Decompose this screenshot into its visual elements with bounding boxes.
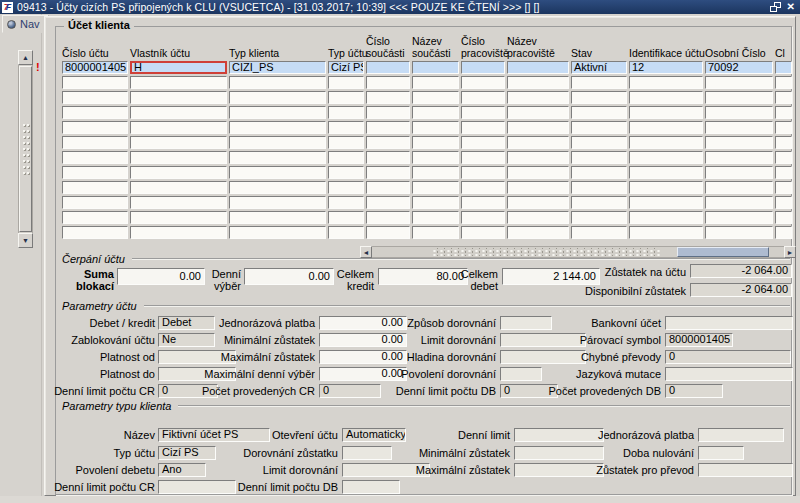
- table-cell[interactable]: [366, 151, 410, 164]
- table-cell[interactable]: [328, 181, 364, 194]
- table-cell[interactable]: [705, 151, 773, 164]
- table-cell[interactable]: [412, 106, 459, 119]
- table-cell[interactable]: [461, 196, 505, 209]
- table-cell[interactable]: [629, 121, 703, 134]
- table-cell[interactable]: [62, 226, 128, 239]
- table-cell[interactable]: [130, 226, 227, 239]
- table-cell[interactable]: [412, 151, 459, 164]
- record-scrollbar-vertical[interactable]: ▲ ▼: [18, 50, 33, 248]
- jazykova-mutace-field[interactable]: [665, 367, 793, 381]
- table-cell[interactable]: [366, 76, 410, 89]
- table-cell[interactable]: [229, 211, 326, 224]
- table-cell[interactable]: [412, 226, 459, 239]
- table-cell[interactable]: [366, 91, 410, 104]
- table-cell[interactable]: [507, 91, 569, 104]
- table-cell[interactable]: [571, 106, 627, 119]
- table-cell[interactable]: [328, 76, 364, 89]
- table-cell[interactable]: [461, 181, 505, 194]
- table-cell[interactable]: [328, 226, 364, 239]
- restore-window-icon[interactable]: [770, 2, 781, 12]
- table-cell[interactable]: [412, 181, 459, 194]
- table-cell[interactable]: [412, 61, 459, 74]
- table-cell[interactable]: [507, 136, 569, 149]
- typ-denni-limit-poctu-db-field[interactable]: [342, 480, 400, 494]
- table-cell[interactable]: [229, 136, 326, 149]
- table-cell[interactable]: [366, 211, 410, 224]
- typ-uctu-field[interactable]: Cizí PS: [158, 446, 216, 460]
- table-cell[interactable]: [366, 136, 410, 149]
- table-cell[interactable]: [62, 196, 128, 209]
- table-cell[interactable]: [629, 76, 703, 89]
- table-cell[interactable]: [412, 211, 459, 224]
- povoleni-debetu-field[interactable]: Ano: [158, 463, 206, 477]
- table-cell[interactable]: [461, 136, 505, 149]
- table-cell[interactable]: [705, 181, 773, 194]
- table-cell[interactable]: [775, 181, 792, 194]
- table-cell[interactable]: [366, 106, 410, 119]
- table-cell[interactable]: Aktivní: [571, 61, 627, 74]
- table-cell[interactable]: [629, 91, 703, 104]
- table-cell[interactable]: [461, 106, 505, 119]
- table-cell[interactable]: [461, 211, 505, 224]
- celkem-debet-field[interactable]: 2 144.00: [502, 268, 600, 285]
- table-cell[interactable]: [62, 166, 128, 179]
- table-cell[interactable]: [229, 226, 326, 239]
- table-cell[interactable]: [229, 121, 326, 134]
- table-cell[interactable]: [130, 166, 227, 179]
- table-cell[interactable]: [775, 121, 792, 134]
- table-cell[interactable]: [328, 91, 364, 104]
- close-window-icon[interactable]: ✕: [787, 2, 795, 12]
- table-cell[interactable]: [328, 166, 364, 179]
- table-cell[interactable]: [775, 76, 792, 89]
- scroll-down-button[interactable]: ▼: [18, 233, 33, 248]
- table-cell[interactable]: [461, 91, 505, 104]
- table-cell[interactable]: [507, 76, 569, 89]
- table-cell[interactable]: [507, 166, 569, 179]
- table-cell[interactable]: [705, 76, 773, 89]
- table-cell[interactable]: [62, 106, 128, 119]
- table-cell[interactable]: [366, 181, 410, 194]
- table-cell[interactable]: [705, 226, 773, 239]
- table-cell[interactable]: [571, 76, 627, 89]
- table-cell[interactable]: [507, 61, 569, 74]
- doba-nulovani-field[interactable]: [698, 446, 744, 460]
- zustatek-pro-prevod-field[interactable]: [698, 463, 793, 477]
- table-cell[interactable]: [571, 136, 627, 149]
- table-cell[interactable]: [461, 121, 505, 134]
- table-cell[interactable]: [629, 181, 703, 194]
- table-cell[interactable]: [62, 136, 128, 149]
- table-cell[interactable]: [775, 151, 792, 164]
- table-cell[interactable]: [705, 136, 773, 149]
- table-cell[interactable]: [328, 151, 364, 164]
- disponibilni-zustatek-field[interactable]: -2 064.00: [690, 283, 792, 297]
- table-cell[interactable]: [571, 166, 627, 179]
- suma-blokaci-field[interactable]: 0.00: [117, 268, 205, 285]
- table-cell[interactable]: 70092: [705, 61, 773, 74]
- table-cell[interactable]: [629, 136, 703, 149]
- table-cell[interactable]: [775, 226, 792, 239]
- bankovni-ucet-field[interactable]: [665, 316, 793, 330]
- table-cell[interactable]: [62, 181, 128, 194]
- table-cell[interactable]: [328, 211, 364, 224]
- table-cell[interactable]: [412, 76, 459, 89]
- table-cell[interactable]: [412, 196, 459, 209]
- table-cell[interactable]: [328, 121, 364, 134]
- table-cell[interactable]: [328, 136, 364, 149]
- table-cell[interactable]: [229, 91, 326, 104]
- table-cell[interactable]: [775, 211, 792, 224]
- table-cell[interactable]: [571, 121, 627, 134]
- table-cell[interactable]: [412, 91, 459, 104]
- table-cell[interactable]: [705, 211, 773, 224]
- chybne-prevody-field[interactable]: 0: [665, 350, 791, 364]
- table-cell[interactable]: [229, 196, 326, 209]
- denni-vyber-field[interactable]: 0.00: [244, 268, 334, 285]
- pocet-provedenych-cr-field[interactable]: 0: [319, 384, 381, 398]
- vertical-scroll-thumb[interactable]: [19, 66, 32, 232]
- povoleni-dorovnani-field[interactable]: [500, 367, 542, 381]
- table-cell[interactable]: [571, 181, 627, 194]
- table-cell[interactable]: [461, 61, 505, 74]
- table-cell[interactable]: [571, 196, 627, 209]
- table-cell[interactable]: [366, 226, 410, 239]
- table-cell[interactable]: [775, 61, 792, 74]
- parovaci-symbol-field[interactable]: 8000001405: [665, 333, 733, 347]
